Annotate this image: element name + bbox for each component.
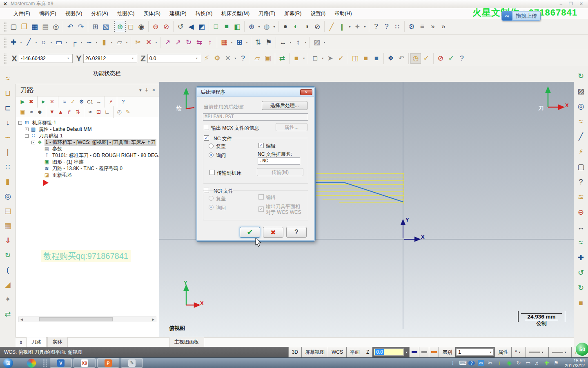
tree-row[interactable]: - ∷ 刀具群组-1: [25, 132, 159, 139]
help-blue-icon[interactable]: ?: [457, 53, 467, 64]
dialog-title-bar[interactable]: 后处理程序 ✕: [197, 88, 314, 97]
rt-cube-icon[interactable]: ■: [575, 297, 587, 309]
point-style-button[interactable]: *▾: [511, 347, 526, 357]
insert-arrow-icon[interactable]: [43, 180, 49, 186]
tp-wave-cursor-icon[interactable]: ≈: [86, 108, 94, 116]
lt-dynamic-icon[interactable]: ↻: [2, 249, 13, 261]
rt-zoom-box-icon[interactable]: ◎: [575, 101, 587, 112]
statusbar-plane-button[interactable]: 平面: [346, 347, 363, 357]
lt-transfer-icon[interactable]: ⇄: [2, 308, 13, 320]
lt-pattern-icon[interactable]: ∷: [2, 161, 13, 173]
time-circle-icon[interactable]: ◷: [410, 53, 421, 64]
cube-multi-icon[interactable]: ❖: [385, 53, 396, 64]
spline-caret[interactable]: ▾: [94, 40, 99, 44]
trim-caret[interactable]: ▾: [154, 40, 158, 44]
properties-button[interactable]: 属性...: [276, 123, 307, 131]
rt-stock-flip-icon[interactable]: ≈: [575, 116, 587, 127]
measure-caret[interactable]: ▾: [288, 40, 293, 44]
clip-check-icon[interactable]: ✓: [421, 53, 432, 64]
tp-chain-icon[interactable]: ∟: [103, 108, 111, 116]
taskbar-app-notes[interactable]: ✎: [121, 358, 143, 368]
undo-cursor-icon[interactable]: ↶: [396, 53, 407, 64]
zoom-window-icon[interactable]: ◻: [125, 21, 136, 32]
xform-scale-icon[interactable]: ↕: [205, 37, 215, 48]
surface-color-button[interactable]: [419, 347, 429, 357]
tree-row[interactable]: + ▥ 属性 - Lathe Default MM: [25, 126, 159, 132]
lt-thread-icon[interactable]: ∼: [2, 132, 13, 143]
tray-volume-icon[interactable]: ♬: [534, 360, 541, 366]
collapse-x-icon[interactable]: ✕: [223, 53, 233, 64]
menu-xform[interactable]: 转换(X): [191, 9, 217, 19]
point-create-icon[interactable]: ✚: [8, 37, 19, 48]
nc-ext-field[interactable]: .NC: [258, 157, 300, 165]
send-button[interactable]: 传输(M): [257, 168, 303, 176]
line-style-dropdown-icon[interactable]: ▾: [540, 350, 545, 354]
tray-help-icon[interactable]: ?: [468, 361, 475, 366]
tree-row-selected[interactable]: - ❖ 1 - 循环粗车 - [WCS: 俯视图] - [刀具面: 车床左上刀: [31, 139, 159, 146]
menu-machine-type[interactable]: 机床类型(M): [217, 9, 254, 19]
tray-up-icon[interactable]: ⁞: [450, 360, 456, 366]
overflow-icon[interactable]: »: [428, 21, 438, 32]
upload-overlay-button[interactable]: ∞ 拖拽上传: [501, 11, 541, 21]
rt-section-icon[interactable]: ▨: [575, 85, 587, 97]
menu-file[interactable]: 文件(F): [9, 9, 35, 19]
nci-edit-checkbox[interactable]: [258, 194, 264, 200]
point-style-dropdown-icon[interactable]: ▾: [517, 350, 522, 354]
layer-dropdown-icon[interactable]: ▾: [488, 350, 493, 354]
array-grid-icon[interactable]: ▦: [219, 37, 229, 48]
note-help-icon[interactable]: ?: [371, 21, 381, 32]
line-width-dropdown-icon[interactable]: ▾: [563, 350, 568, 354]
gview-gray-icon[interactable]: ◍: [261, 21, 272, 32]
lt-misc-icon[interactable]: ✦: [2, 294, 13, 305]
grid-points-icon[interactable]: ∷: [392, 21, 403, 32]
rt-zoom-red-icon[interactable]: ⊖: [575, 206, 587, 218]
expander-icon[interactable]: -: [18, 121, 22, 125]
fillet-caret[interactable]: ▾: [79, 40, 84, 44]
x-coord-dropdown-icon[interactable]: ▾: [65, 56, 71, 60]
expander-icon[interactable]: -: [31, 141, 35, 144]
cube-top-icon[interactable]: ◧: [232, 21, 243, 32]
shade-quarter-icon[interactable]: ◑: [301, 21, 312, 32]
lt-caxis-icon[interactable]: ◎: [2, 191, 13, 202]
dialog-close-button[interactable]: ✕: [300, 89, 312, 95]
dialog-help-button[interactable]: ?: [286, 227, 307, 238]
repaint-icon[interactable]: ▧: [100, 21, 111, 32]
ok-circle-icon[interactable]: ✓: [446, 53, 457, 64]
lt-contour-icon[interactable]: (: [2, 264, 13, 276]
tree-row[interactable]: ◪ 更新毛坯: [44, 172, 159, 178]
lt-face-icon[interactable]: ≈: [2, 73, 13, 84]
rt-rotate-icon[interactable]: ↻: [575, 282, 587, 294]
x-coord-input[interactable]: [19, 55, 65, 62]
tp-circle-square-icon[interactable]: ⊡: [94, 108, 103, 116]
expander-icon[interactable]: -: [25, 134, 29, 138]
surf-caret[interactable]: ▾: [125, 40, 129, 44]
wireframe-color-button[interactable]: [409, 347, 419, 357]
dialog-cancel-button[interactable]: ✖: [263, 227, 283, 238]
power-plus-icon[interactable]: ⚡: [201, 53, 212, 64]
panel-close-icon[interactable]: ✕: [152, 88, 156, 93]
rt-blank-icon[interactable]: ▢: [575, 161, 587, 173]
nci-ask-radio[interactable]: [209, 205, 214, 210]
layer-combo[interactable]: 1▾: [456, 348, 494, 356]
cube-check-icon[interactable]: ✓: [336, 53, 346, 64]
line-thin-icon[interactable]: ╱: [326, 21, 337, 32]
lt-rough-icon[interactable]: ▤: [2, 205, 13, 217]
nc-edit-checkbox[interactable]: [258, 143, 264, 148]
statusbar-3d-button[interactable]: 3D: [288, 347, 301, 357]
lt-chamfer-icon[interactable]: ◢: [2, 279, 13, 290]
restore-button[interactable]: ❐: [569, 1, 573, 7]
rt-dim-help-icon[interactable]: ?: [575, 176, 587, 188]
browser-ball-icon[interactable]: [27, 359, 36, 368]
taskbar-app-v[interactable]: V: [50, 358, 72, 368]
tray-sync-icon[interactable]: ↻: [515, 360, 522, 366]
panel-collapse-icon[interactable]: ▾: [139, 88, 142, 93]
rt-step-icon[interactable]: ≋: [575, 191, 587, 203]
spline-create-icon[interactable]: ∼: [84, 37, 94, 48]
sel-inside-icon[interactable]: ▣: [263, 53, 273, 64]
save-icon[interactable]: ▦: [29, 21, 40, 32]
tree-row[interactable]: ▣ 图形 - (1) 串连: [44, 159, 159, 165]
xform-offset-icon[interactable]: ↗: [173, 37, 183, 48]
print-icon[interactable]: ▤: [40, 21, 51, 32]
tp-tool-play-icon[interactable]: ►: [39, 97, 48, 106]
shade-full-icon[interactable]: ●: [280, 21, 291, 32]
